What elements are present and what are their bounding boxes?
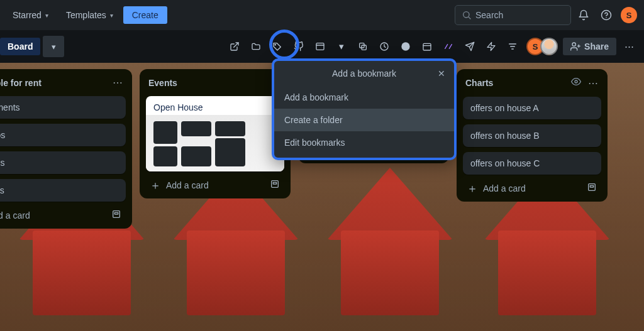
starred-label: Starred	[13, 10, 42, 20]
add-card-button[interactable]: ＋ Add a card	[467, 183, 526, 193]
popover-item-create-folder[interactable]: Create a folder	[274, 109, 454, 131]
folder-button[interactable]	[246, 36, 266, 57]
eye-icon	[571, 77, 581, 87]
board-members: S	[526, 38, 558, 55]
automation-button[interactable]	[481, 36, 501, 57]
add-card-label: Add a card	[166, 180, 209, 190]
send-icon	[465, 41, 475, 52]
popover-close-button[interactable]: ✕	[434, 66, 449, 81]
board-more-button[interactable]: ⋯	[619, 36, 639, 57]
board-view-switcher[interactable]: ▾	[43, 36, 64, 57]
calendar-icon	[422, 41, 432, 52]
add-card-label: Add a card	[483, 183, 526, 193]
plus-icon: ＋	[467, 184, 478, 193]
avatar-initial: S	[621, 7, 637, 23]
close-icon: ✕	[438, 68, 445, 79]
add-card-button[interactable]: ＋ Add a card	[150, 180, 209, 190]
account-avatar[interactable]: S	[619, 5, 639, 25]
vs-icon	[443, 41, 453, 52]
github-button[interactable]	[289, 36, 309, 57]
search-input[interactable]: Search	[455, 5, 571, 25]
svg-point-5	[275, 45, 275, 45]
app-header: Starred ▾ Templates ▾ Create Search S	[0, 0, 644, 30]
calendar-button[interactable]	[417, 36, 437, 57]
list-title[interactable]: Charts	[465, 78, 493, 88]
chevron-down-icon: ▾	[110, 12, 113, 19]
search-icon	[462, 10, 472, 20]
card-template-button[interactable]	[269, 179, 280, 191]
popover-title-text: Add a bookmark	[332, 68, 396, 79]
more-icon: ⋯	[625, 41, 634, 52]
popover-title: Add a bookmark ✕	[274, 61, 454, 85]
search-placeholder: Search	[475, 10, 503, 20]
github-icon	[294, 41, 304, 52]
user-plus-icon	[570, 41, 580, 52]
plus-icon: ＋	[150, 181, 161, 190]
list-card[interactable]: Condos	[0, 124, 126, 146]
popover-items: Add a bookmark Create a folder Edit book…	[274, 85, 454, 158]
filter-button[interactable]	[502, 36, 523, 57]
list-card[interactable]: offers on house B	[463, 124, 601, 147]
list-title[interactable]: Available for rent	[0, 78, 42, 88]
starred-menu[interactable]: Starred ▾	[5, 6, 56, 24]
list-title[interactable]: Events	[148, 78, 177, 88]
svg-point-0	[464, 12, 469, 18]
bookmark-button[interactable]	[267, 36, 287, 57]
templates-label: Templates	[66, 10, 106, 20]
list-events: Events ⋯ Open House ＋ Add a card	[140, 69, 291, 198]
dropdown-button[interactable]: ▾	[331, 36, 352, 57]
share-label: Share	[584, 41, 609, 52]
panel-button[interactable]	[310, 36, 330, 57]
list-menu-button[interactable]: ⋯	[588, 77, 599, 89]
add-card-button[interactable]: ＋ Add a card	[0, 210, 30, 220]
tag-icon	[272, 41, 282, 52]
svg-line-4	[234, 43, 238, 47]
notifications-button[interactable]	[574, 5, 594, 25]
card-template-button[interactable]	[586, 182, 597, 194]
panel-icon	[315, 41, 325, 52]
external-link-icon	[230, 41, 240, 52]
list-card[interactable]: offers on house A	[463, 97, 601, 119]
list-card[interactable]: Open House	[146, 96, 284, 171]
add-card-label: Add a card	[0, 210, 30, 220]
template-icon	[270, 179, 280, 189]
time-button[interactable]	[374, 36, 394, 57]
list-available-for-rent: Available for rent ⋯ Apartments Condos H…	[0, 69, 132, 229]
help-button[interactable]	[596, 5, 616, 25]
vs-button[interactable]	[438, 36, 458, 57]
list-menu-button[interactable]: ⋯	[113, 77, 123, 89]
popover-item-edit-bookmarks[interactable]: Edit bookmarks	[274, 131, 454, 154]
svg-point-20	[572, 43, 575, 46]
board-view-button[interactable]: Board	[0, 38, 40, 55]
list-card[interactable]: Houses	[0, 151, 126, 174]
templates-menu[interactable]: Templates ▾	[58, 6, 121, 24]
template-icon	[587, 182, 597, 192]
copy-button[interactable]	[353, 36, 373, 57]
list-card[interactable]: Studios	[0, 179, 126, 202]
popover-item-add-bookmark[interactable]: Add a bookmark	[274, 86, 454, 109]
svg-rect-6	[316, 43, 324, 50]
open-external-button[interactable]	[225, 36, 245, 57]
chevron-down-icon: ▾	[339, 41, 344, 52]
board-view-label: Board	[8, 41, 33, 52]
svg-point-11	[401, 42, 409, 50]
send-button[interactable]	[460, 36, 480, 57]
svg-rect-24	[114, 212, 118, 214]
share-button[interactable]: Share	[563, 38, 616, 55]
card-title: Open House	[146, 96, 284, 115]
bookmark-popover: Add a bookmark ✕ Add a bookmark Create a…	[272, 58, 457, 160]
svg-line-1	[469, 17, 470, 19]
create-button[interactable]: Create	[123, 6, 167, 24]
svg-rect-26	[273, 182, 276, 184]
filter-icon	[508, 41, 518, 52]
info-button[interactable]	[396, 36, 416, 57]
svg-point-29	[575, 80, 577, 83]
watch-icon[interactable]	[570, 77, 582, 89]
member-avatar-2[interactable]	[540, 38, 558, 55]
card-cover	[146, 115, 284, 171]
list-card[interactable]: Apartments	[0, 96, 126, 119]
list-card[interactable]: offers on house C	[463, 152, 601, 175]
card-template-button[interactable]	[111, 209, 122, 221]
chevron-down-icon: ▾	[52, 42, 56, 52]
svg-rect-12	[423, 43, 431, 50]
